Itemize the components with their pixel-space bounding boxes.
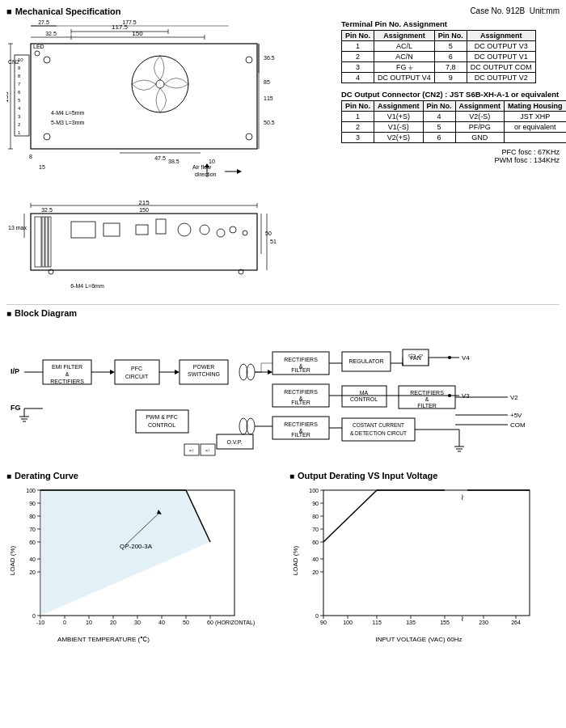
page-title: Mechanical Specification xyxy=(6,6,120,16)
terminal-title-2: DC Output Connector (CN2) : JST S6B-XH-A… xyxy=(341,90,560,99)
svg-text:CONTROL: CONTROL xyxy=(350,396,378,402)
svg-point-111 xyxy=(247,364,255,380)
svg-text:40: 40 xyxy=(312,557,319,562)
svg-text:115: 115 xyxy=(264,95,273,101)
svg-text:8: 8 xyxy=(29,154,32,159)
svg-text:RECTIFIERS: RECTIFIERS xyxy=(50,379,84,384)
svg-text:LOAD (%): LOAD (%) xyxy=(9,545,16,575)
svg-text:155: 155 xyxy=(440,620,450,625)
svg-text:6-M4 L=6mm: 6-M4 L=6mm xyxy=(70,283,104,289)
th2-assign2: Assignment xyxy=(455,101,505,112)
svg-text:50.5: 50.5 xyxy=(264,120,275,125)
table-cell: 3 xyxy=(342,133,374,143)
svg-point-76 xyxy=(178,223,191,236)
svg-text:36.5: 36.5 xyxy=(264,55,275,61)
svg-text:20: 20 xyxy=(29,569,36,575)
table-cell: V2(-S) xyxy=(455,112,505,122)
svg-text:51: 51 xyxy=(270,239,277,244)
svg-text:CIRCUIT: CIRCUIT xyxy=(125,374,149,379)
svg-text:INPUT VOLTAGE (VAC) 60Hz: INPUT VOLTAGE (VAC) 60Hz xyxy=(376,636,463,643)
svg-text:80: 80 xyxy=(312,514,319,519)
th-pinno2: Pin No. xyxy=(434,31,467,41)
svg-text:RECTIFIERS: RECTIFIERS xyxy=(410,390,444,396)
svg-text:&: & xyxy=(65,371,70,377)
table-cell: JST XHP xyxy=(505,112,566,122)
svg-point-37 xyxy=(44,133,50,140)
svg-text:MA: MA xyxy=(360,390,369,396)
table-cell: V1(-S) xyxy=(374,122,424,133)
svg-text:RECTIFIERS: RECTIFIERS xyxy=(284,357,318,362)
svg-text:≀: ≀ xyxy=(461,614,464,623)
output-derating-section: Output Derating VS Input Voltage LOAD (%… xyxy=(289,471,560,647)
table-row: 3V2(+S)6GND xyxy=(342,133,567,143)
svg-text:1: 1 xyxy=(18,130,21,135)
table-cell: V2(+S) xyxy=(374,133,424,143)
svg-text:38.5: 38.5 xyxy=(168,159,180,164)
svg-text:LED: LED xyxy=(33,44,44,49)
svg-marker-56 xyxy=(237,169,242,174)
table-cell: 5 xyxy=(434,41,467,52)
derating-curve-header: Derating Curve xyxy=(6,471,277,480)
svg-rect-71 xyxy=(49,217,51,267)
table-row: 2V1(-S)5PF/PGor equivalentor equivalent xyxy=(342,122,567,133)
svg-text:100: 100 xyxy=(309,488,319,493)
svg-point-16 xyxy=(35,51,40,56)
svg-point-110 xyxy=(239,364,247,380)
table-cell: 7,8 xyxy=(434,62,467,73)
svg-point-79 xyxy=(230,226,236,233)
svg-text:0: 0 xyxy=(315,613,319,619)
svg-rect-18 xyxy=(15,55,29,136)
mechanical-drawings: 117.5 150 32.5 27.5 177.5 LED xyxy=(6,19,335,298)
svg-text:SWITCHING: SWITCHING xyxy=(188,371,220,377)
svg-text:30: 30 xyxy=(134,620,141,625)
table-row: 1V1(+S)4V2(-S)JST XHPJST SXH-001T-P0.6 xyxy=(342,112,567,122)
svg-text:80: 80 xyxy=(29,514,36,519)
svg-text:3: 3 xyxy=(18,114,21,119)
svg-point-36 xyxy=(44,57,50,63)
svg-text:70: 70 xyxy=(29,527,36,532)
svg-text:115: 115 xyxy=(372,620,382,625)
svg-text:4: 4 xyxy=(18,106,21,111)
terminal-tables: Terminal Pin No. Assignment Pin No. Assi… xyxy=(341,19,560,298)
svg-text:QP-200-3A: QP-200-3A xyxy=(120,543,153,550)
th2-pinno2: Pin No. xyxy=(423,101,455,112)
terminal-table-1: Pin No. Assignment Pin No. Assignment 1A… xyxy=(341,30,536,83)
svg-text:20: 20 xyxy=(312,569,319,575)
derating-curve-section: Derating Curve LOAD (%) 100 90 80 70 60 xyxy=(6,471,277,647)
svg-text:FG: FG xyxy=(11,404,21,412)
svg-point-123 xyxy=(448,356,451,359)
svg-text:(HORIZONTAL): (HORIZONTAL) xyxy=(215,620,255,626)
svg-text:150: 150 xyxy=(132,30,143,37)
svg-text:I/P: I/P xyxy=(11,367,19,375)
svg-point-35 xyxy=(156,80,164,88)
th-assign2: Assignment xyxy=(467,31,535,41)
svg-text:100: 100 xyxy=(343,620,353,625)
table-cell: 9 xyxy=(434,73,467,83)
table-cell: 2 xyxy=(342,52,374,62)
svg-rect-73 xyxy=(103,223,120,236)
svg-text:150: 150 xyxy=(139,207,149,213)
svg-text:9: 9 xyxy=(18,66,21,70)
table-row: 4DC OUTPUT V49DC OUTPUT V2 xyxy=(342,73,536,83)
svg-text:PFC: PFC xyxy=(131,366,142,371)
svg-text:60: 60 xyxy=(312,540,319,545)
svg-text:50: 50 xyxy=(265,231,272,236)
svg-text:direction: direction xyxy=(195,171,217,177)
table-cell: 2 xyxy=(342,122,374,133)
table-cell: 4 xyxy=(423,112,455,122)
terminal-section-1: Terminal Pin No. Assignment Pin No. Assi… xyxy=(341,19,560,83)
svg-text:60: 60 xyxy=(207,620,213,625)
svg-text:32.5: 32.5 xyxy=(41,207,53,213)
svg-text:20: 20 xyxy=(110,620,116,625)
svg-text:≀: ≀ xyxy=(461,493,464,502)
svg-text:FILTER: FILTER xyxy=(291,367,310,373)
svg-text:×↑: ×↑ xyxy=(189,448,195,453)
th-assign1: Assignment xyxy=(374,31,435,41)
svg-text:V3: V3 xyxy=(462,392,470,400)
table-row: 1AC/L5DC OUTPUT V3 xyxy=(342,41,536,52)
th2-pinno1: Pin No. xyxy=(342,101,374,112)
svg-text:264: 264 xyxy=(511,620,521,625)
svg-text:10: 10 xyxy=(18,57,23,62)
svg-text:70: 70 xyxy=(312,527,319,532)
svg-text:O.V.P.: O.V.P. xyxy=(226,439,242,445)
